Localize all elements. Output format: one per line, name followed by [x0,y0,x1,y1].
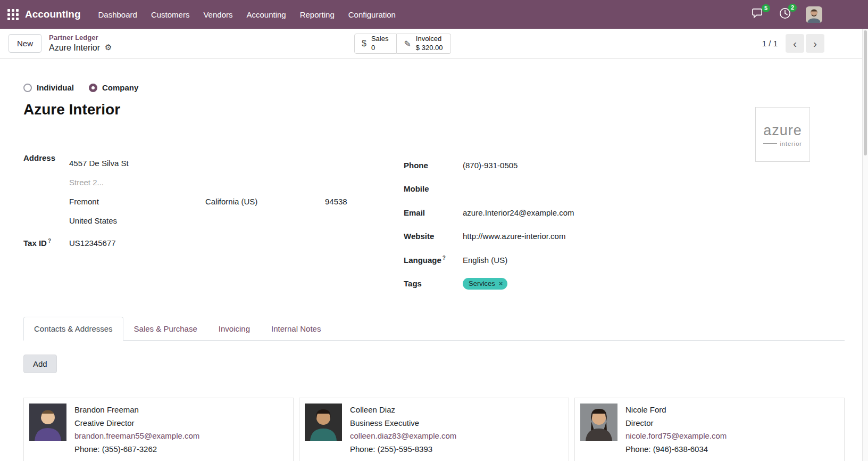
state-select[interactable]: California (US) [205,197,325,206]
contact-name: Nicole Ford [625,404,727,417]
sales-stat-button[interactable]: $ Sales 0 [354,34,397,54]
mobile-field: Mobile [404,177,845,201]
tax-id-input[interactable]: US12345677 [69,238,404,248]
sales-stat-value: 0 [371,44,375,53]
logo-divider [763,143,777,144]
help-icon: ? [443,255,446,261]
messages-badge: 5 [762,4,770,12]
contact-phone: Phone: (255)-595-8393 [350,443,456,456]
tag-remove-icon[interactable]: × [499,279,503,287]
website-label: Website [404,232,463,241]
user-avatar[interactable] [806,6,822,23]
nav-item-customers[interactable]: Customers [144,5,197,24]
dollar-icon: $ [362,39,366,48]
pager-next-button[interactable]: › [806,34,824,53]
tags-label: Tags [404,279,463,288]
company-type-selector: Individual Company [23,83,845,92]
contact-email-link[interactable]: nicole.ford75@example.com [625,430,727,443]
address-label: Address [23,153,69,230]
messages-button[interactable]: 5 [752,8,764,21]
vertical-scrollbar[interactable] [862,29,868,461]
nav-item-reporting[interactable]: Reporting [293,5,341,24]
contact-avatar [29,404,66,441]
language-select[interactable]: English (US) [463,256,845,265]
notebook-tabs: Contacts & Addresses Sales & Purchase In… [23,317,845,341]
contact-avatar [580,404,617,441]
apps-menu-icon[interactable] [7,9,19,20]
logo-text-interior: interior [780,141,802,147]
contact-name: Brandon Freeman [74,404,199,417]
gear-icon[interactable]: ⚙ [105,43,112,53]
activities-badge: 2 [788,4,797,12]
website-field: Website http://www.azure-interior.com [404,225,845,249]
contact-avatar [305,404,342,441]
tag-services[interactable]: Services × [463,278,507,290]
breadcrumb-current: Azure Interior [49,43,100,53]
invoiced-stat-value: $ 320.00 [416,44,443,53]
main-menu: Dashboard Customers Vendors Accounting R… [91,5,403,24]
contact-phone: Phone: (355)-687-3262 [74,443,199,456]
address-field: Address 4557 De Silva St Street 2... Fre… [23,153,404,230]
individual-option[interactable]: Individual [23,83,74,92]
company-option[interactable]: Company [89,83,138,92]
email-input[interactable]: azure.Interior24@example.com [463,208,845,217]
help-icon: ? [48,238,51,244]
contact-role: Creative Director [74,417,199,430]
country-select[interactable]: United States [69,211,404,230]
individual-radio[interactable] [23,84,32,92]
email-label: Email [404,208,463,217]
add-contact-button[interactable]: Add [23,355,57,373]
invoiced-stat-button[interactable]: ✎ Invoiced $ 320.00 [397,34,451,54]
contact-card[interactable]: Brandon Freeman Creative Director brando… [23,398,294,461]
language-field: Language? English (US) [404,248,845,272]
logo-text-azure: azure [761,122,804,139]
breadcrumb-parent-link[interactable]: Partner Ledger [49,34,112,42]
city-input[interactable]: Fremont [69,197,205,206]
individual-label: Individual [37,83,74,92]
new-button[interactable]: New [9,34,41,53]
zip-input[interactable]: 94538 [325,197,347,206]
control-panel: New Partner Ledger Azure Interior ⚙ $ Sa… [0,29,868,59]
pager-previous-button[interactable]: ‹ [786,34,804,53]
top-navbar: Accounting Dashboard Customers Vendors A… [0,0,868,29]
street2-input[interactable]: Street 2... [69,172,404,192]
website-input[interactable]: http://www.azure-interior.com [463,232,845,241]
pager-value: 1 / 1 [762,39,778,48]
contact-card[interactable]: Nicole Ford Director nicole.ford75@examp… [574,398,845,461]
tab-sales-purchase[interactable]: Sales & Purchase [123,317,208,341]
contact-role: Business Executive [350,417,456,430]
company-logo[interactable]: azure interior [755,107,810,162]
email-field: Email azure.Interior24@example.com [404,201,845,225]
tab-invoicing[interactable]: Invoicing [208,317,261,341]
company-radio[interactable] [89,84,97,92]
tax-id-field: Tax ID? US12345677 [23,233,404,252]
phone-label: Phone [404,161,463,170]
nav-item-dashboard[interactable]: Dashboard [91,5,144,24]
invoiced-stat-label: Invoiced [416,35,441,44]
tax-id-label: Tax ID? [23,238,69,248]
nav-item-configuration[interactable]: Configuration [341,5,403,24]
sales-stat-label: Sales [371,35,389,44]
contact-name: Colleen Diaz [350,404,456,417]
contact-email-link[interactable]: brandon.freeman55@example.com [74,430,199,443]
tab-internal-notes[interactable]: Internal Notes [261,317,331,341]
app-name[interactable]: Accounting [25,9,81,20]
activities-button[interactable]: 2 [779,7,791,21]
mobile-label: Mobile [404,184,463,193]
partner-name[interactable]: Azure Interior [23,101,845,118]
contact-email-link[interactable]: colleen.diaz83@example.com [350,430,456,443]
scrollbar-thumb[interactable] [864,30,867,155]
nav-item-vendors[interactable]: Vendors [196,5,239,24]
company-label: Company [102,83,138,92]
tab-contacts-addresses[interactable]: Contacts & Addresses [23,317,123,341]
tags-field: Tags Services × [404,272,845,296]
pencil-icon: ✎ [404,39,411,49]
street-input[interactable]: 4557 De Silva St [69,153,404,172]
partner-form-sheet: Individual Company Azure Interior azure … [0,83,868,461]
contact-card[interactable]: Colleen Diaz Business Executive colleen.… [299,398,569,461]
breadcrumb: Partner Ledger Azure Interior ⚙ [49,34,112,53]
nav-item-accounting[interactable]: Accounting [239,5,293,24]
language-label: Language? [404,255,463,265]
phone-input[interactable]: (870)-931-0505 [463,161,845,170]
contact-phone: Phone: (946)-638-6034 [625,443,727,456]
